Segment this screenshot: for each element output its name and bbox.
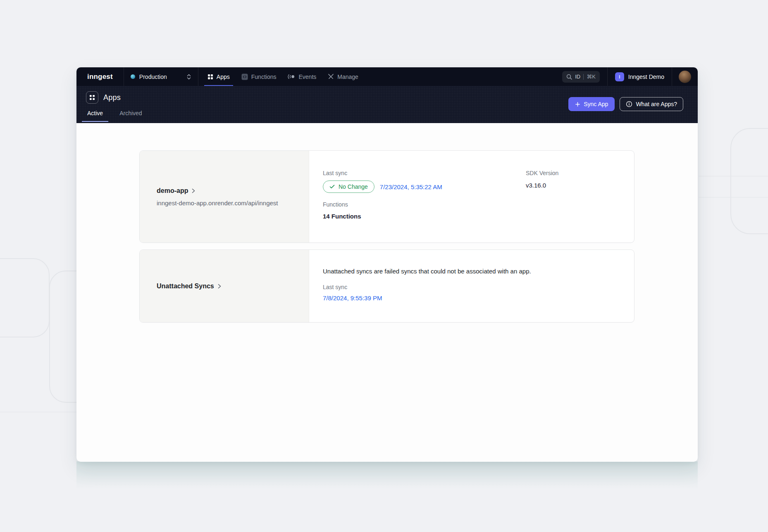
nav-tab-events[interactable]: Events [282,67,322,86]
app-card: demo-app inngest-demo-app.onrender.com/a… [139,150,634,243]
unattached-last-sync-label: Last sync [323,284,622,290]
what-are-apps-label: What are Apps? [636,101,677,107]
search-label: ID [575,74,580,80]
app-window: inngest Production Apps Functions [76,67,698,462]
search-icon [566,74,572,80]
app-url: inngest-demo-app.onrender.com/api/innges… [157,200,309,207]
sdk-version-label: SDK Version [526,170,558,176]
workspace-badge: I [615,72,624,81]
app-name: demo-app [157,187,188,195]
sync-row: Last sync No Change 7/23/2024, 5:35:22 A… [323,170,622,193]
unattached-card-summary: Unattached Syncs [140,250,309,322]
app-card-details: Last sync No Change 7/23/2024, 5:35:22 A… [309,151,634,242]
nav-tab-label: Apps [217,74,230,80]
top-navbar: inngest Production Apps Functions [76,67,698,86]
events-waves-icon [288,74,295,79]
workspace-name: Inngest Demo [628,74,664,80]
unattached-last-sync-link[interactable]: 7/8/2024, 9:55:39 PM [323,294,382,302]
last-sync-value-row: No Change 7/23/2024, 5:35:22 AM [323,180,526,193]
nav-tab-label: Manage [337,74,358,80]
window-bottom-glow [76,461,698,499]
functions-group: Functions 14 Functions [323,201,622,220]
nav-tab-manage[interactable]: Manage [322,67,364,86]
unattached-syncs-card: Unattached Syncs Unattached syncs are fa… [139,249,634,323]
nav-tabs: Apps Functions Events Manage [198,67,364,86]
user-avatar[interactable] [679,71,691,83]
plus-icon [575,102,580,107]
avatar-wrap [672,71,698,83]
environment-status-icon [131,74,135,79]
header-actions: Sync App What are Apps? [568,97,683,111]
chevron-right-icon [192,188,195,193]
decor-line [0,412,76,412]
app-name-link[interactable]: demo-app [157,187,309,195]
last-sync-time-link[interactable]: 7/23/2024, 5:35:22 AM [380,183,442,190]
header-tabs: Active Archived [76,110,698,122]
environment-selector[interactable]: Production [124,67,198,86]
sync-app-button[interactable]: Sync App [568,97,615,111]
nav-tab-functions[interactable]: Functions [236,67,282,86]
workspace-menu[interactable]: I Inngest Demo [608,72,672,81]
chevron-right-icon [218,284,221,289]
decor-line [699,176,768,176]
sdk-version-group: SDK Version v3.16.0 [526,170,558,193]
content-area: demo-app inngest-demo-app.onrender.com/a… [76,123,698,323]
sync-status-badge: No Change [323,180,374,193]
last-sync-group: Last sync No Change 7/23/2024, 5:35:22 A… [323,170,526,193]
functions-count: 14 Functions [323,213,622,220]
apps-outline-grid-icon [86,91,98,104]
search-shortcut: ⌘K [587,74,596,80]
environment-label: Production [139,74,167,80]
decor-line [699,197,768,197]
unattached-syncs-link[interactable]: Unattached Syncs [157,283,309,290]
unattached-card-details: Unattached syncs are failed syncs that c… [309,250,634,322]
check-icon [329,185,335,189]
sync-status-text: No Change [339,183,368,190]
decor-rounded-rect-bottom-left [0,258,50,337]
sdk-version-value: v3.16.0 [526,182,558,189]
info-icon [626,101,632,107]
what-are-apps-button[interactable]: What are Apps? [620,97,683,111]
nav-right-section: ID ⌘K I Inngest Demo [562,67,698,86]
search-by-id-button[interactable]: ID ⌘K [562,71,600,83]
manage-tools-icon [328,74,334,80]
unattached-description: Unattached syncs are failed syncs that c… [323,268,622,275]
page-title: Apps [103,93,121,102]
app-card-summary: demo-app inngest-demo-app.onrender.com/a… [140,151,309,242]
apps-grid-icon [208,74,213,80]
unattached-syncs-name: Unattached Syncs [157,283,214,290]
last-sync-label: Last sync [323,170,526,176]
page-header: Apps Sync App What are Apps? Active Arch… [76,86,698,123]
nav-tab-label: Events [298,74,316,80]
sync-app-label: Sync App [584,101,608,107]
nav-tab-label: Functions [251,74,277,80]
search-divider [583,74,584,80]
inngest-logo[interactable]: inngest [76,67,124,86]
functions-label: Functions [323,201,622,208]
nav-tab-apps[interactable]: Apps [202,67,236,86]
decor-rounded-rect-top-right [730,128,768,234]
chevron-up-down-icon [186,74,191,80]
tab-active[interactable]: Active [82,110,108,122]
tab-archived[interactable]: Archived [114,110,147,122]
functions-code-icon [241,74,248,80]
